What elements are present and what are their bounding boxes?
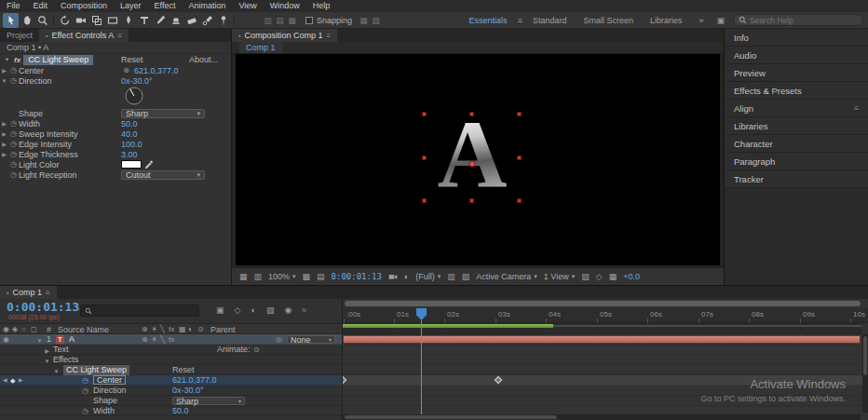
rotation-tool-icon[interactable] [57,13,73,28]
panel-header-paragraph[interactable]: Paragraph [725,153,868,170]
panel-header-info[interactable]: Info [725,29,868,47]
composition-canvas[interactable]: A [236,54,720,265]
tab-project[interactable]: Project [0,29,39,42]
clone-stamp-tool-icon[interactable] [168,13,183,28]
effect-switch-icon[interactable]: ╲ [160,334,165,345]
zoom-tool-icon[interactable] [34,13,50,28]
workspace-standard[interactable]: Standard [524,16,576,25]
workspace-menu-icon[interactable]: ≡ [516,16,524,25]
light-color-swatch[interactable] [121,160,142,169]
selection-handle[interactable] [517,156,522,160]
transparency-grid-icon[interactable]: ▧ [462,272,470,281]
stopwatch-icon[interactable]: ◷ [8,150,19,158]
keyframe-diamond[interactable] [495,376,502,384]
fast-previews-icon[interactable]: ◇ [596,272,603,281]
disclosure-closed-icon[interactable]: ▶ [0,151,8,157]
panel-header-align[interactable]: Align≡ [725,100,868,117]
next-keyframe-icon[interactable]: ▶ [19,375,23,386]
motion-blur-icon[interactable]: ◉ [284,305,292,315]
current-time-indicator-line[interactable] [421,320,422,414]
workspace-libraries[interactable]: Libraries [642,16,691,25]
view-layout-value[interactable]: 1 View [544,272,569,281]
width-value[interactable]: 50.0 [172,406,189,416]
bezier-options-icon[interactable]: ▩ [286,16,298,25]
effect-center-point[interactable] [469,160,476,167]
stopwatch-icon[interactable]: ◷ [82,386,88,396]
stopwatch-icon[interactable]: ◷ [8,76,19,85]
graph-editor-icon[interactable]: ≈ [302,305,306,315]
roto-brush-tool-icon[interactable] [199,13,215,28]
frame-blending-icon[interactable]: ▨ [266,305,275,315]
direction-value[interactable]: 0x-30.0° [121,76,153,86]
help-search-input[interactable] [750,16,858,25]
light-reception-dropdown[interactable]: Cutout▾ [121,170,205,180]
fx-switch-icon[interactable]: fx [169,334,174,345]
region-of-interest-icon[interactable]: ▥ [447,272,455,281]
quality-switch-icon[interactable]: ☀ [151,334,157,345]
navigator-thumb[interactable] [345,301,861,306]
snapping-checkbox[interactable] [305,17,313,24]
center-value[interactable]: 621.0,377.0 [172,375,217,386]
layer-name[interactable]: A [69,334,75,345]
menu-view[interactable]: View [232,0,263,12]
previous-keyframe-icon[interactable]: ◀ [3,375,7,386]
eyedropper-icon[interactable] [144,160,154,169]
pixel-aspect-icon[interactable]: ▨ [581,272,590,281]
magnification-value[interactable]: 100% [268,272,290,281]
menu-help[interactable]: Help [306,0,337,12]
exposure-value[interactable]: +0.0 [623,272,640,281]
panel-header-tracker[interactable]: Tracker [725,170,868,188]
selection-handle[interactable] [422,198,427,203]
disclosure-open-icon[interactable]: ▼ [3,57,11,62]
video-switch-icon[interactable]: ⊕ [142,334,148,345]
workspace-essentials[interactable]: Essentials [461,16,516,25]
text-layer-glyph[interactable]: A [437,111,507,198]
time-navigator-bar[interactable] [345,301,861,306]
show-snapshot-icon[interactable]: ◐ [404,272,409,281]
ruler-icon[interactable]: ▤ [317,272,325,281]
snap-to-guides-icon[interactable]: ▧ [370,16,382,25]
screen-icon[interactable]: ▦ [239,272,248,281]
panel-header-audio[interactable]: Audio [725,47,868,64]
timeline-search-box[interactable] [80,305,199,317]
stroke-options-icon[interactable]: ▤ [274,16,286,25]
resolution-value[interactable]: (Full) [415,272,435,281]
scrollbar-thumb[interactable] [345,415,557,419]
shape-tool-icon[interactable] [104,13,120,28]
panel-header-character[interactable]: Character [725,135,868,153]
hand-tool-icon[interactable] [19,13,34,28]
tab-composition[interactable]: ▪ Composition Comp 1 ≡ [232,29,337,42]
workspace-bar-icon[interactable]: ▣ [716,16,725,25]
fill-options-icon[interactable]: ▥ [262,16,274,25]
composition-mini-flowchart-icon[interactable]: ▣ [216,305,224,315]
shape-dropdown[interactable]: Sharp▾ [172,397,245,405]
sweep-intensity-value[interactable]: 40.0 [121,129,138,139]
panel-header-effects-presets[interactable]: Effects & Presets [725,82,868,100]
effect-name[interactable]: CC Light Sweep [63,365,129,375]
rotation-dial[interactable] [124,86,144,106]
puppet-pin-tool-icon[interactable] [215,13,231,28]
timeline-search-input[interactable] [95,306,195,316]
direction-value[interactable]: 0x-30.0° [172,386,204,396]
center-property-row[interactable]: ◀ ◆ ▶ ◷ Center 621.0,377.0 [0,375,342,386]
comp-viewer-tab[interactable]: Comp 1 [239,42,282,53]
workspace-small-screen[interactable]: Small Screen [575,16,642,25]
current-time-field[interactable]: 0:00:01:13 [7,300,79,314]
scrollbar-thumb[interactable] [863,336,867,375]
menu-edit[interactable]: Edit [27,0,55,12]
effect-about-button[interactable]: About... [189,55,218,64]
selection-handle[interactable] [517,198,522,203]
crosshair-icon[interactable]: ⊕ [121,66,131,75]
panel-menu-icon[interactable]: ≡ [854,104,859,113]
width-value[interactable]: 50.0 [121,119,138,129]
width-property-row[interactable]: ◷ Width 50.0 [0,406,342,416]
panel-menu-icon[interactable]: ≡ [327,32,332,40]
monitor-icon[interactable]: ▥ [254,272,263,281]
selection-handle[interactable] [469,198,474,203]
selected-text-layer[interactable]: A [424,114,521,201]
property-label[interactable]: Center [93,375,126,385]
panel-header-preview[interactable]: Preview [725,64,868,82]
center-value[interactable]: 621.0,377.0 [134,66,179,75]
type-tool-icon[interactable] [136,13,152,28]
tab-timeline-comp1[interactable]: ▪ Comp 1 ≡ [0,286,57,299]
